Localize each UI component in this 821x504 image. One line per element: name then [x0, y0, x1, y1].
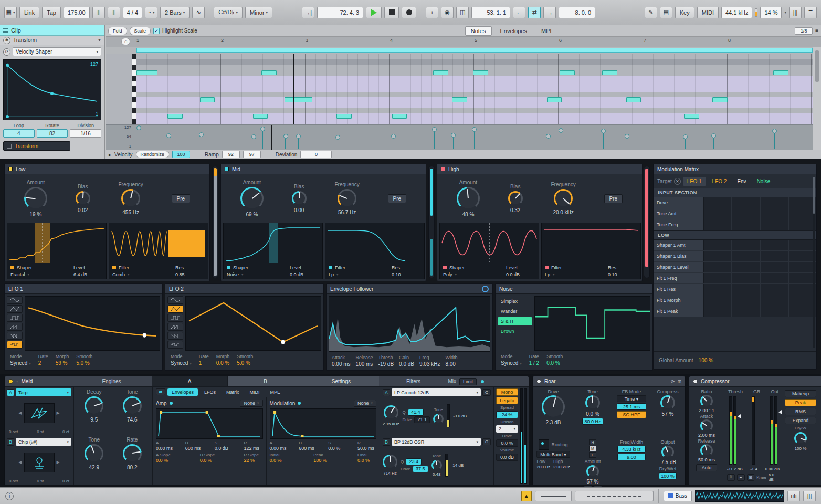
- high-frequency-knob[interactable]: [554, 189, 573, 208]
- tap-tempo-button[interactable]: Tap: [42, 7, 61, 18]
- tab-notes[interactable]: Notes: [465, 26, 492, 36]
- tempo-field[interactable]: 175.00: [64, 7, 90, 18]
- punch-in-icon[interactable]: ⌐: [513, 7, 525, 18]
- mod-env-graph[interactable]: [270, 408, 377, 439]
- velocity-marker[interactable]: [453, 136, 454, 149]
- keyboard-strip[interactable]: [132, 54, 136, 124]
- metronome-icon[interactable]: ◔▾: [145, 7, 157, 18]
- midi-note[interactable]: [626, 97, 641, 102]
- midi-note[interactable]: [167, 114, 182, 119]
- matrix-tab-noise[interactable]: Noise: [753, 177, 775, 186]
- tab-settings[interactable]: Settings: [303, 376, 378, 386]
- envf-width-value[interactable]: 8.00: [445, 361, 457, 367]
- low-pre-button[interactable]: Pre: [172, 194, 191, 203]
- high-pre-button[interactable]: Pre: [604, 194, 623, 203]
- lfo2-smooth-value[interactable]: 5.0 %: [237, 360, 253, 366]
- auto-release-button[interactable]: Auto: [696, 464, 717, 471]
- tab-mpe[interactable]: MPE: [535, 26, 560, 36]
- unison-select[interactable]: 2▾: [496, 425, 518, 433]
- tab-envelopes[interactable]: Envelopes: [494, 26, 533, 36]
- low-shaper-display[interactable]: ShaperLevel Fractal▾6.4 dB: [7, 223, 107, 279]
- osc-b-ct[interactable]: 0 ct: [62, 479, 69, 484]
- mono-button[interactable]: Mono: [496, 388, 518, 396]
- legato-button[interactable]: Legato: [496, 397, 518, 404]
- high-filter-display[interactable]: FilterRes Lp▾0.10: [541, 223, 641, 279]
- info-view-icon[interactable]: i: [5, 492, 14, 500]
- lfo2-mode-select[interactable]: Synced ▾: [171, 360, 192, 366]
- midi-map-button[interactable]: MIDI: [697, 7, 719, 18]
- velocity-marker[interactable]: [474, 131, 475, 149]
- envf-attack-value[interactable]: 0.00 ms: [332, 361, 351, 367]
- high-shaper-type[interactable]: Poly▾0.0 dB: [443, 271, 535, 278]
- loop-toggle-icon[interactable]: ⌂: [121, 38, 130, 45]
- lfo1-rate-value[interactable]: 2: [38, 360, 48, 366]
- noise-rate-value[interactable]: 1 / 2: [529, 360, 539, 366]
- roar-high-split[interactable]: 2.00 kHz: [553, 465, 570, 469]
- engine-a-tone-knob[interactable]: [123, 396, 142, 415]
- velocity-marker[interactable]: [434, 131, 435, 149]
- roar-tone-freq[interactable]: 80.0 Hz: [582, 418, 603, 425]
- noise-type-simplex[interactable]: Simplex: [498, 297, 532, 306]
- noise-display[interactable]: [534, 296, 650, 351]
- midi-note[interactable]: [298, 97, 312, 102]
- midi-note[interactable]: [602, 70, 617, 76]
- mod-final[interactable]: 0.0 %: [357, 458, 376, 463]
- zoom-icon[interactable]: |||: [803, 491, 816, 501]
- record-button[interactable]: [402, 7, 416, 18]
- nudge-down-icon[interactable]: ‖: [92, 7, 105, 18]
- quantize-menu[interactable]: 2 Bars▾: [160, 7, 190, 18]
- velocity-marker[interactable]: [685, 138, 686, 149]
- midi-note[interactable]: [684, 114, 699, 119]
- filter-a-q[interactable]: 41.4: [408, 409, 424, 416]
- lfo2-display[interactable]: [185, 296, 321, 351]
- expand-mode-button[interactable]: Expand: [785, 417, 816, 424]
- filter-b-q[interactable]: 23.4: [406, 458, 422, 465]
- device-on-icon[interactable]: [536, 379, 541, 384]
- groove-icon[interactable]: ∿: [192, 7, 205, 18]
- envelope-follower-display[interactable]: [329, 296, 490, 352]
- tool-cycle-icon[interactable]: ⟳: [3, 48, 10, 56]
- lfo1-mode-select[interactable]: Synced ▾: [10, 360, 31, 366]
- filter-a-drive[interactable]: 21.1: [414, 416, 430, 423]
- hotswap-icon[interactable]: ⟳: [671, 379, 675, 384]
- view-selector-icon[interactable]: ▦▾: [4, 7, 17, 18]
- amp-d-slope[interactable]: 0.0 %: [200, 458, 219, 463]
- randomize-button[interactable]: Randomize: [136, 151, 170, 158]
- transform-tool-select[interactable]: Velocity Shaper▾: [13, 47, 101, 56]
- prev-osc-icon[interactable]: ◀: [18, 411, 22, 415]
- filter-b-out[interactable]: -14 dB: [451, 463, 464, 468]
- filter-b-comb-button[interactable]: C: [482, 438, 491, 445]
- amp-decay[interactable]: 600 ms: [185, 446, 204, 451]
- sine-shape-icon[interactable]: [7, 296, 23, 304]
- noise-type-wander[interactable]: Wander: [498, 307, 532, 316]
- warning-icon[interactable]: ▲: [521, 491, 532, 501]
- beat-ruler[interactable]: ⌂ 12345678: [106, 37, 821, 47]
- amp-env-graph[interactable]: [156, 408, 263, 439]
- scale-root-menu[interactable]: C#/D♭▾: [214, 7, 243, 18]
- envf-release-value[interactable]: 100 ms: [356, 361, 373, 367]
- amp-attack[interactable]: 0.00 ms: [156, 446, 175, 451]
- engine-b-tone-knob[interactable]: [85, 444, 103, 463]
- filter-b-freq-knob[interactable]: [383, 455, 397, 469]
- overview-toggle-icon[interactable]: ≣: [804, 7, 817, 18]
- mod-target-icon[interactable]: [482, 286, 489, 292]
- mid-frequency-knob[interactable]: [338, 189, 356, 208]
- loop-length-field[interactable]: 8. 0. 0: [559, 7, 595, 18]
- velocity-marker[interactable]: [254, 138, 254, 149]
- knee-value[interactable]: 6.0 dB: [769, 472, 780, 482]
- comp-ratio-value[interactable]: 2.00 : 1: [699, 408, 714, 413]
- grid-menu-icon[interactable]: ≡: [815, 28, 818, 34]
- low-amount-knob[interactable]: [24, 187, 47, 210]
- matrix-row[interactable]: Shaper 1 Bias: [654, 251, 816, 262]
- new-button[interactable]: +: [426, 7, 438, 18]
- envf-freq-value[interactable]: 9.03 kHz: [419, 361, 440, 367]
- roar-low-split[interactable]: 200 Hz: [537, 465, 550, 469]
- velocity-marker[interactable]: [713, 137, 714, 149]
- loop-brace[interactable]: [106, 47, 821, 54]
- high-amount-knob[interactable]: [457, 187, 480, 210]
- roar-fb-mode-select[interactable]: Time ▾: [617, 395, 646, 402]
- square-shape-icon[interactable]: [167, 314, 183, 322]
- cpu-load-display[interactable]: 14 %: [760, 7, 782, 18]
- nudge-up-icon[interactable]: ‖: [108, 7, 120, 18]
- link-button[interactable]: Link: [19, 7, 39, 18]
